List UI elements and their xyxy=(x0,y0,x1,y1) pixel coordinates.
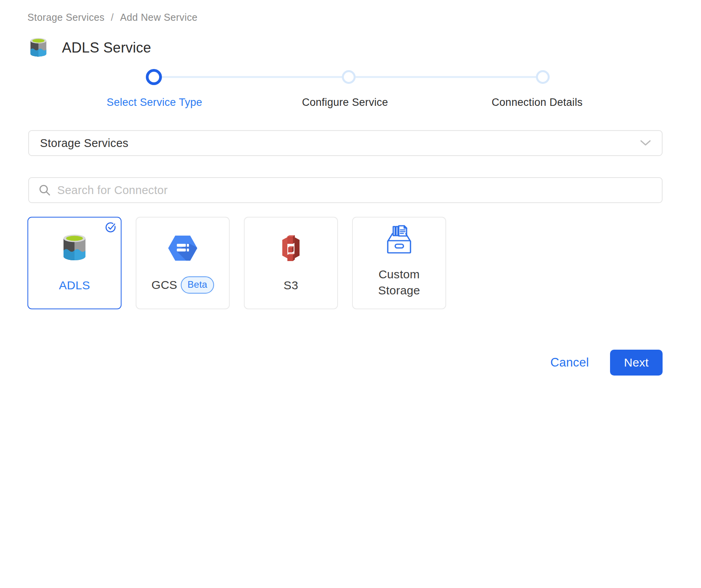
connector-label-s3: S3 xyxy=(283,279,298,292)
connector-card-s3[interactable]: S3 xyxy=(244,217,338,309)
connector-label-custom-storage: Custom Storage xyxy=(366,266,432,298)
breadcrumb: Storage Services / Add New Service xyxy=(27,12,198,23)
page-header: ADLS Service xyxy=(30,38,151,58)
search-icon xyxy=(38,184,51,196)
stepper-track-1 xyxy=(161,76,343,78)
breadcrumb-add-new-service: Add New Service xyxy=(120,12,198,23)
add-new-service-page: Storage Services / Add New Service ADLS … xyxy=(0,0,701,588)
check-circle-icon xyxy=(105,221,117,233)
connector-search xyxy=(28,177,663,203)
breadcrumb-storage-services[interactable]: Storage Services xyxy=(27,12,105,23)
stepper-track-2 xyxy=(354,76,537,78)
step-label-select-service-type[interactable]: Select Service Type xyxy=(92,96,217,109)
next-button[interactable]: Next xyxy=(610,350,663,376)
search-input[interactable] xyxy=(57,184,652,197)
connector-card-gcs[interactable]: GCS Beta xyxy=(136,217,230,309)
connector-card-custom-storage[interactable]: Custom Storage xyxy=(352,217,446,309)
page-title: ADLS Service xyxy=(62,40,151,56)
connector-label-gcs: GCS xyxy=(151,278,177,292)
custom-storage-box-icon xyxy=(383,223,416,255)
adls-cylinder-icon xyxy=(30,38,47,58)
connector-card-adls[interactable]: ADLS xyxy=(27,217,122,309)
step-label-configure-service[interactable]: Configure Service xyxy=(282,96,408,109)
step-label-connection-details[interactable]: Connection Details xyxy=(474,96,600,109)
step-circle-select-service-type[interactable] xyxy=(146,69,162,85)
breadcrumb-separator: / xyxy=(111,12,114,23)
s3-bucket-icon xyxy=(279,234,303,262)
service-category-value: Storage Services xyxy=(40,137,129,150)
connector-label-adls: ADLS xyxy=(59,279,90,292)
gcs-hexagon-icon xyxy=(168,235,198,261)
adls-cylinder-icon xyxy=(62,234,87,262)
chevron-down-icon xyxy=(640,140,651,146)
beta-badge: Beta xyxy=(181,276,214,294)
step-circle-configure-service[interactable] xyxy=(342,70,356,84)
step-circle-connection-details[interactable] xyxy=(536,70,550,84)
service-category-select[interactable]: Storage Services xyxy=(28,130,663,156)
cancel-button[interactable]: Cancel xyxy=(544,356,595,370)
